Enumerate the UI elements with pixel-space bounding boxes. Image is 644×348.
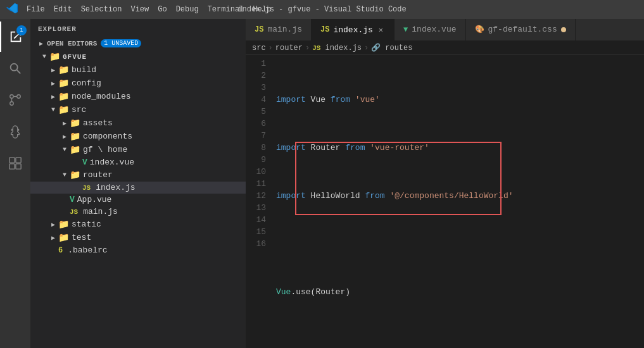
sidebar-item-app-vue[interactable]: ▶ V App.vue bbox=[30, 194, 246, 206]
components-arrow: ▶ bbox=[60, 133, 70, 140]
sidebar: EXPLORER ▶ OPEN EDITORS 1 UNSAVED ▼ 📁 GF… bbox=[30, 19, 246, 348]
breadcrumb-routes[interactable]: routes bbox=[385, 44, 412, 53]
static-label: static bbox=[72, 220, 101, 229]
open-editors-section[interactable]: ▶ OPEN EDITORS 1 UNSAVED bbox=[30, 37, 246, 50]
tab-index-js-close[interactable]: ✕ bbox=[377, 25, 385, 35]
svg-point-4 bbox=[10, 95, 14, 99]
activity-scm[interactable] bbox=[0, 85, 30, 115]
open-editors-arrow: ▶ bbox=[39, 40, 43, 47]
tab-index-js[interactable]: JS index.js ✕ bbox=[312, 19, 395, 40]
menu-go[interactable]: Go bbox=[158, 5, 167, 14]
sidebar-item-main-js[interactable]: ▶ JS main.js bbox=[30, 206, 246, 218]
window-title: index.js - gfvue - Visual Studio Code bbox=[237, 5, 406, 14]
activity-search[interactable] bbox=[0, 53, 30, 84]
sidebar-item-build[interactable]: ▶ 📁 build bbox=[30, 63, 246, 77]
tab-gf-default-css[interactable]: 🎨 gf-default.css bbox=[466, 19, 576, 40]
tab-gf-css-label: gf-default.css bbox=[488, 25, 557, 34]
project-name: GFVUE bbox=[63, 53, 87, 61]
tab-index-vue[interactable]: ▼ index.vue bbox=[395, 19, 465, 40]
menu-edit[interactable]: Edit bbox=[54, 5, 72, 14]
router-label: router bbox=[83, 170, 113, 180]
activity-bar: 1 bbox=[0, 19, 30, 348]
breadcrumb-indexjs[interactable]: index.js bbox=[325, 44, 362, 53]
menu-selection[interactable]: Selection bbox=[81, 5, 122, 14]
build-folder-icon: 📁 bbox=[58, 65, 69, 75]
sidebar-item-gf-home[interactable]: ▼ 📁 gf \ home bbox=[30, 143, 246, 156]
tab-main-js-label: main.js bbox=[267, 25, 302, 34]
sidebar-item-node-modules[interactable]: ▶ 📁 node_modules bbox=[30, 90, 246, 103]
gf-home-arrow: ▼ bbox=[60, 146, 70, 153]
sidebar-item-static[interactable]: ▶ 📁 static bbox=[30, 218, 246, 231]
breadcrumb: src › router › JS index.js › 🔗 routes bbox=[246, 41, 644, 55]
config-label: config bbox=[72, 78, 101, 88]
sidebar-header: EXPLORER bbox=[30, 19, 246, 37]
node-modules-arrow: ▶ bbox=[48, 93, 58, 101]
config-folder-icon: 📁 bbox=[58, 78, 69, 89]
project-arrow: ▼ bbox=[39, 53, 49, 60]
activity-explorer[interactable]: 1 bbox=[0, 22, 30, 52]
project-icon: 📁 bbox=[49, 51, 60, 62]
gf-home-folder-icon: 📁 bbox=[70, 144, 80, 155]
breadcrumb-js-icon: JS bbox=[312, 44, 320, 52]
router-folder-icon: 📁 bbox=[70, 170, 80, 180]
components-folder-icon: 📁 bbox=[70, 131, 80, 142]
code-editor[interactable]: 1 2 3 4 5 6 7 8 9 10 11 12 13 14 15 16 bbox=[246, 55, 644, 348]
node-modules-label: node_modules bbox=[72, 92, 131, 101]
tab-index-js-label: index.js bbox=[333, 25, 372, 35]
project-root[interactable]: ▼ 📁 GFVUE bbox=[30, 50, 246, 63]
sidebar-item-components[interactable]: ▶ 📁 components bbox=[30, 130, 246, 143]
sidebar-item-test[interactable]: ▶ 📁 test bbox=[30, 231, 246, 244]
src-folder-icon: 📁 bbox=[58, 104, 69, 115]
menu-bar[interactable]: File Edit Selection View Go Debug Termin… bbox=[27, 5, 271, 14]
menu-view[interactable]: View bbox=[130, 5, 149, 14]
tab-main-js-icon: JS bbox=[255, 25, 263, 34]
sidebar-item-babelrc[interactable]: ▶ 6 .babelrc bbox=[30, 244, 246, 256]
src-label: src bbox=[72, 105, 86, 115]
breadcrumb-src[interactable]: src bbox=[252, 44, 266, 53]
activity-extensions[interactable] bbox=[0, 148, 30, 178]
static-arrow: ▶ bbox=[48, 221, 58, 228]
svg-rect-9 bbox=[9, 164, 15, 169]
menu-debug[interactable]: Debug bbox=[176, 5, 199, 14]
sidebar-item-config[interactable]: ▶ 📁 config bbox=[30, 77, 246, 90]
breadcrumb-router[interactable]: router bbox=[275, 44, 303, 53]
router-index-js-icon: JS bbox=[82, 184, 91, 192]
babelrc-spacer: ▶ bbox=[48, 247, 58, 254]
build-label: build bbox=[72, 65, 96, 75]
vscode-logo bbox=[6, 3, 18, 17]
breadcrumb-sep-3: › bbox=[364, 44, 369, 53]
sidebar-item-assets[interactable]: ▶ 📁 assets bbox=[30, 116, 246, 130]
code-line-6 bbox=[276, 334, 644, 346]
unsaved-badge: 1 UNSAVED bbox=[101, 39, 141, 47]
babelrc-label: .babelrc bbox=[68, 245, 107, 255]
sidebar-item-router-index-js[interactable]: ▶ JS index.js bbox=[30, 182, 246, 194]
node-modules-folder-icon: 📁 bbox=[58, 91, 69, 102]
assets-folder-icon: 📁 bbox=[70, 118, 80, 128]
svg-line-1 bbox=[17, 70, 21, 74]
gf-index-vue-label: index.vue bbox=[90, 158, 134, 167]
breadcrumb-icon-routes: 🔗 bbox=[371, 43, 381, 53]
babelrc-icon: 6 bbox=[58, 246, 63, 255]
menu-file[interactable]: File bbox=[27, 5, 45, 14]
sidebar-item-router[interactable]: ▼ 📁 router bbox=[30, 168, 246, 182]
tab-main-js[interactable]: JS main.js bbox=[246, 19, 312, 40]
code-line-5: Vue.use(Router) bbox=[276, 286, 644, 298]
breadcrumb-sep-1: › bbox=[268, 44, 273, 53]
test-label: test bbox=[72, 233, 91, 242]
code-line-4 bbox=[276, 238, 644, 250]
tab-index-js-icon: JS bbox=[320, 25, 329, 34]
main-js-icon: JS bbox=[70, 208, 78, 216]
tab-bar: JS main.js JS index.js ✕ ▼ index.vue 🎨 g… bbox=[246, 19, 644, 41]
assets-label: assets bbox=[83, 118, 113, 128]
activity-debug[interactable] bbox=[0, 116, 30, 147]
editor-area: JS main.js JS index.js ✕ ▼ index.vue 🎨 g… bbox=[246, 19, 644, 348]
gf-index-vue-icon: V bbox=[82, 158, 87, 167]
code-line-2: import Router from 'vue-router' bbox=[276, 142, 644, 154]
app-vue-icon: V bbox=[70, 195, 75, 204]
tab-css-unsaved-dot bbox=[561, 27, 566, 32]
line-numbers: 1 2 3 4 5 6 7 8 9 10 11 12 13 14 15 16 bbox=[246, 58, 274, 345]
sidebar-item-src[interactable]: ▼ 📁 src bbox=[30, 103, 246, 116]
code-line-1: import Vue from 'vue' bbox=[276, 94, 644, 106]
sidebar-item-gf-index-vue[interactable]: ▶ V index.vue bbox=[30, 156, 246, 168]
title-bar: File Edit Selection View Go Debug Termin… bbox=[0, 0, 644, 19]
